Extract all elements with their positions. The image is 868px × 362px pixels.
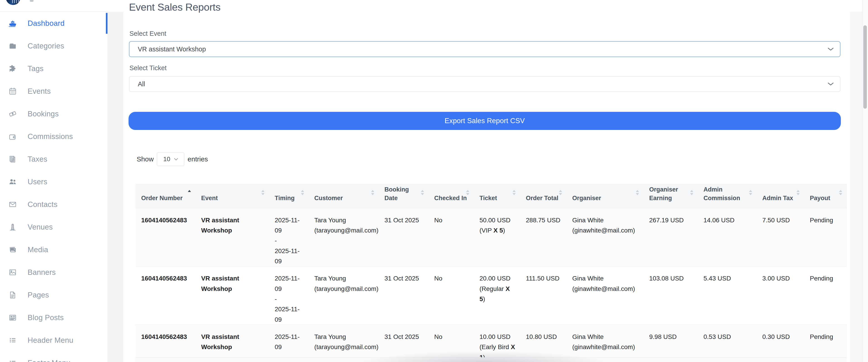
cell-customer: Tara Young(tarayoung@mail.com) (309, 325, 379, 362)
users-icon (8, 177, 17, 186)
vertical-scrollbar[interactable] (862, 0, 868, 362)
cell-booking-date: 31 Oct 2025 (379, 208, 429, 267)
next-row-strip (135, 357, 847, 362)
briefcase-icon (8, 41, 17, 51)
sidebar-item-taxes[interactable]: Taxes (0, 148, 107, 171)
sort-asc-icon (188, 190, 191, 192)
table-row: 1604140562483 VR assistant Workshop 2025… (135, 325, 847, 362)
column-header-organiser[interactable]: Organiser (567, 184, 644, 208)
cell-order-total: 288.75 USD (520, 208, 567, 267)
cell-order-number: 1604140562483 (135, 208, 195, 267)
cell-order-total: 10.80 USD (520, 325, 567, 362)
entries-bar: Show 10 entries (137, 152, 208, 166)
sidebar-item-categories[interactable]: Categories (0, 35, 107, 57)
cell-timing: 2025-11-09-2025-11-09 (269, 267, 309, 325)
event-sales-reports-page: Dashboard Categories Tags (0, 0, 868, 362)
column-header-checked-in[interactable]: Checked In (429, 184, 474, 208)
sidebar-item-commissions[interactable]: Commissions (0, 125, 107, 148)
chevron-down-icon (174, 158, 178, 160)
column-header-customer[interactable]: Customer (309, 184, 379, 208)
ticket-select[interactable]: All (129, 76, 840, 92)
sidebar-item-venues[interactable]: Venues (0, 216, 107, 238)
sidebar-item-label: Pages (28, 291, 49, 299)
image-icon (8, 268, 17, 277)
cell-timing: 2025-11-09-2025-11-09 (269, 208, 309, 267)
cell-organiser-earning: 267.19 USD (644, 208, 698, 267)
sort-icon (690, 190, 693, 195)
calendar-icon (8, 87, 17, 96)
sidebar-item-blog-posts[interactable]: Blog Posts (0, 306, 107, 329)
sidebar-item-label: Tags (28, 64, 44, 73)
event-select[interactable]: VR assistant Workshop (129, 41, 840, 57)
cell-payout: Pending (804, 325, 847, 362)
sidebar-item-label: Categories (28, 42, 64, 50)
sidebar-item-label: Users (28, 178, 47, 186)
page-length-select[interactable]: 10 (157, 152, 184, 166)
sidebar-item-pages[interactable]: Pages (0, 284, 107, 306)
sidebar-item-footer-menu[interactable]: Footer Menu (0, 352, 107, 362)
cell-organiser: Gina White(ginawhite@mail.com) (567, 208, 644, 267)
documents-icon (8, 155, 17, 164)
export-sales-report-csv-button[interactable]: Export Sales Report CSV (128, 112, 841, 130)
sidebar-item-tags[interactable]: Tags (0, 57, 107, 80)
sidebar-item-label: Footer Menu (28, 359, 70, 362)
sort-icon (749, 190, 752, 195)
sidebar-header (0, 0, 107, 12)
cell-admin-commission: 5.43 USD (698, 267, 757, 325)
sort-icon (797, 190, 800, 195)
sort-icon (466, 190, 469, 195)
sort-icon (261, 190, 265, 195)
sidebar-item-contacts[interactable]: Contacts (0, 193, 107, 216)
cell-organiser: Gina White(ginawhite@mail.com) (567, 325, 644, 362)
cell-organiser-earning: 103.08 USD (644, 267, 698, 325)
cell-event: VR assistant Workshop (195, 208, 269, 267)
sort-icon (513, 190, 516, 195)
column-header-order-number[interactable]: Order Number (135, 184, 195, 208)
lighthouse-icon (8, 222, 17, 232)
sidebar-nav: Dashboard Categories Tags (0, 12, 107, 362)
table-header-row: Order Number Event Timing Customer Booki… (135, 184, 847, 208)
column-header-admin-commission[interactable]: Admin Commission (698, 184, 757, 208)
sort-icon (559, 190, 562, 195)
column-header-organiser-earning[interactable]: Organiser Earning (644, 184, 698, 208)
sidebar-toggle-icon[interactable] (30, 0, 33, 2)
cell-event: VR assistant Workshop (195, 325, 269, 362)
sidebar-item-header-menu[interactable]: Header Menu (0, 329, 107, 352)
column-header-order-total[interactable]: Order Total (520, 184, 567, 208)
select-event-label: Select Event (129, 30, 166, 37)
column-header-ticket[interactable]: Ticket (474, 184, 520, 208)
list-icon (8, 336, 17, 345)
sidebar-item-bookings[interactable]: Bookings (0, 102, 107, 125)
sidebar-item-label: Commissions (28, 132, 73, 141)
sidebar-item-media[interactable]: Media (0, 238, 107, 261)
sidebar-item-label: Taxes (28, 155, 47, 163)
sidebar-item-label: Blog Posts (28, 313, 64, 322)
scrollbar-thumb[interactable] (863, 25, 867, 109)
page-icon (8, 291, 17, 300)
sidebar-item-users[interactable]: Users (0, 171, 107, 193)
column-header-admin-tax[interactable]: Admin Tax (757, 184, 804, 208)
column-header-event[interactable]: Event (195, 184, 269, 208)
sidebar-item-banners[interactable]: Banners (0, 261, 107, 284)
sidebar-item-dashboard[interactable]: Dashboard (0, 12, 107, 35)
sidebar-item-label: Contacts (28, 200, 58, 209)
cell-customer: Tara Young(tarayoung@mail.com) (309, 208, 379, 267)
cell-checked-in: No (429, 267, 474, 325)
sidebar-item-events[interactable]: Events (0, 80, 107, 102)
sales-report-table: Order Number Event Timing Customer Booki… (135, 184, 847, 362)
cell-order-total: 111.50 USD (520, 267, 567, 325)
table-row: 1604140562483 VR assistant Workshop 2025… (135, 267, 847, 325)
cell-timing: 2025-11-09-2025-11-09 (269, 325, 309, 362)
cell-order-number: 1604140562483 (135, 267, 195, 325)
cell-ticket: 50.00 USD(VIP X 5) (474, 208, 520, 267)
sidebar-item-label: Banners (28, 268, 56, 277)
column-header-timing[interactable]: Timing (269, 184, 309, 208)
avatar[interactable] (6, 0, 20, 5)
sidebar-item-label: Header Menu (28, 336, 73, 344)
column-header-booking-date[interactable]: Booking Date (379, 184, 429, 208)
page-title: Event Sales Reports (129, 1, 221, 13)
select-ticket-label: Select Ticket (129, 64, 166, 72)
cell-admin-commission: 0.53 USD (698, 325, 757, 362)
ticket-select-value: All (138, 80, 145, 88)
column-header-payout[interactable]: Payout (804, 184, 847, 208)
